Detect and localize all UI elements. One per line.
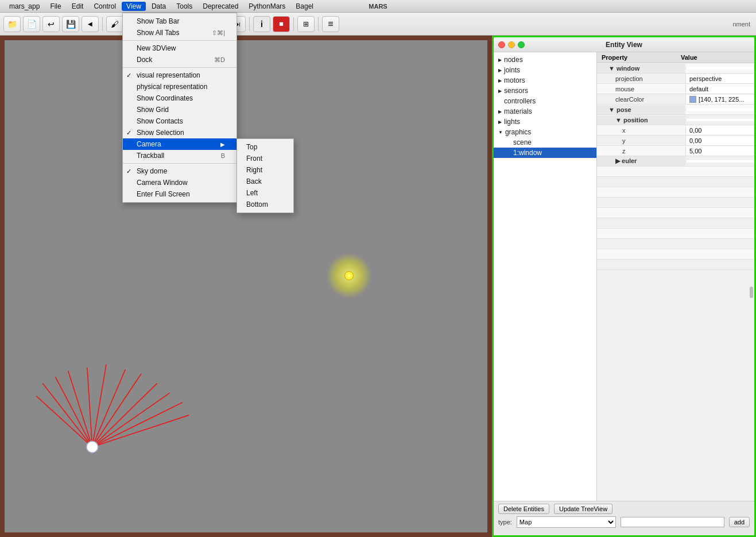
tree-sensors-arrow: ▶ [498,88,502,94]
type-select[interactable]: Map [517,516,616,528]
prop-empty8 [597,239,754,249]
entity-input[interactable] [621,517,724,527]
menu-camera-window[interactable]: Camera Window [123,177,237,188]
tree-materials[interactable]: ▶ materials [494,106,596,117]
menu-bagel[interactable]: Bagel [291,2,318,11]
visual-check: ✓ [126,72,131,79]
menu-trackball[interactable]: Trackball B [123,150,237,161]
toolbar-back-btn[interactable]: ◀ [82,16,99,32]
entity-tree: ▶ nodes ▶ joints ▶ motors ▶ sensors ▶ [494,52,597,501]
toolbar-save-btn[interactable]: 💾 [62,16,79,32]
tree-joints-label: joints [504,66,520,74]
menu-control[interactable]: Control [89,2,121,11]
camera-submenu-arrow: ▶ [220,141,225,148]
toolbar-stack-btn[interactable]: ≡ [322,16,339,32]
camera-front[interactable]: Front [237,153,293,164]
tree-nodes[interactable]: ▶ nodes [494,55,596,65]
menu-camera[interactable]: Camera ▶ Top Front Right Back Left Botto… [123,138,237,150]
toolbar-folder-btn[interactable]: 📁 [3,16,21,32]
toolbar-stop-btn[interactable]: ⏹ [273,16,290,32]
tree-joints[interactable]: ▶ joints [494,65,596,75]
prop-projection-val[interactable]: perspective [685,74,754,83]
show-contacts-label: Show Contacts [137,117,183,125]
delete-entities-btn[interactable]: Delete Entities [498,504,549,514]
prop-position-val [685,119,754,121]
menu-show-grid[interactable]: Show Grid [123,104,237,115]
physical-rep-label: physical representation [137,83,207,91]
camera-bottom[interactable]: Bottom [237,199,293,210]
menu-data[interactable]: Data [147,2,170,11]
menu-visual-rep[interactable]: ✓ visual representation [123,69,237,81]
type-label: type: [498,519,512,526]
toolbar-sep4 [293,17,294,31]
prop-x-key: x [597,126,685,135]
menu-fullscreen[interactable]: Enter Full Screen [123,188,237,200]
menu-tools[interactable]: Tools [172,2,197,11]
tree-1window[interactable]: ▶ 1:window [494,148,596,158]
tree-nodes-label: nodes [504,56,523,64]
prop-mouse-val[interactable]: default [685,84,754,94]
menu-file[interactable]: File [45,2,65,11]
toolbar-undo-btn[interactable]: ↩ [42,16,60,32]
tree-lights-label: lights [504,118,520,126]
toolbar-paint-btn[interactable]: 🖌 [106,16,123,32]
menu-deprecated[interactable]: Deprecated [198,2,243,11]
menu-show-all-tabs[interactable]: Show All Tabs ⇧⌘| [123,27,237,38]
entity-close-btn[interactable] [498,41,505,48]
menu-sep1 [123,40,237,41]
entity-max-btn[interactable] [518,41,525,48]
prop-x-val[interactable]: 0,00 [685,126,754,135]
tree-motors[interactable]: ▶ motors [494,75,596,86]
prop-z-key: z [597,146,685,156]
entity-min-btn[interactable] [508,41,515,48]
prop-clearcolor-val[interactable]: [140, 171, 225... [685,95,754,104]
toolbar-info-btn[interactable]: i [253,16,270,32]
rays-svg [5,40,487,536]
svg-line-9 [92,403,183,447]
menu-new-3dview[interactable]: New 3DView [123,43,237,54]
tree-scene[interactable]: ▶ scene [494,137,596,148]
tree-lights[interactable]: ▶ lights [494,117,596,127]
prop-empty4 [597,198,754,208]
add-btn[interactable]: add [729,517,750,527]
entity-actions-row: Delete Entities Update TreeView [498,504,750,514]
prop-empty6 [597,218,754,229]
menu-show-selection[interactable]: ✓ Show Selection [123,127,237,138]
menu-physical-rep[interactable]: physical representation [123,81,237,92]
props-panel: Property Value ▼ window projection persp… [597,52,754,501]
prop-mouse-key: mouse [597,84,685,94]
tree-motors-label: motors [504,76,525,84]
menu-pythonmars[interactable]: PythonMars [244,2,290,11]
toolbar-new-btn[interactable]: 📄 [23,16,40,32]
camera-window-label: Camera Window [137,179,188,187]
toolbar-grid-btn[interactable]: ⊞ [297,16,315,32]
prop-y-val[interactable]: 0,00 [685,136,754,145]
trackball-label: Trackball [137,152,164,160]
tree-sensors[interactable]: ▶ sensors [494,86,596,96]
menu-sep3 [123,163,237,164]
prop-window-key: ▼ window [597,64,685,73]
camera-back[interactable]: Back [237,176,293,187]
camera-top[interactable]: Top [237,141,293,153]
menu-show-coords[interactable]: Show Coordinates [123,92,237,104]
prop-z-val[interactable]: 5,00 [685,146,754,156]
menu-view[interactable]: View [122,2,146,11]
menu-sky-dome[interactable]: ✓ Sky dome [123,165,237,177]
viewport[interactable] [0,36,492,537]
menu-show-tab-bar[interactable]: Show Tab Bar [123,16,237,27]
menu-sep2 [123,67,237,68]
update-treeview-btn[interactable]: Update TreeView [554,504,612,514]
camera-right[interactable]: Right [237,164,293,176]
prop-window-section: ▼ window [597,63,754,74]
menu-dock[interactable]: Dock ⌘D [123,54,237,65]
resize-handle[interactable] [750,287,753,298]
tree-graphics[interactable]: ▼ graphics [494,127,596,137]
dock-label: Dock [137,56,152,64]
camera-left[interactable]: Left [237,187,293,199]
menu-edit[interactable]: Edit [67,2,88,11]
prop-x: x 0,00 [597,125,754,136]
svg-line-10 [92,415,189,447]
show-all-tabs-label: Show All Tabs [137,29,180,37]
tree-controllers[interactable]: ▶ controllers [494,96,596,106]
menu-show-contacts[interactable]: Show Contacts [123,115,237,127]
